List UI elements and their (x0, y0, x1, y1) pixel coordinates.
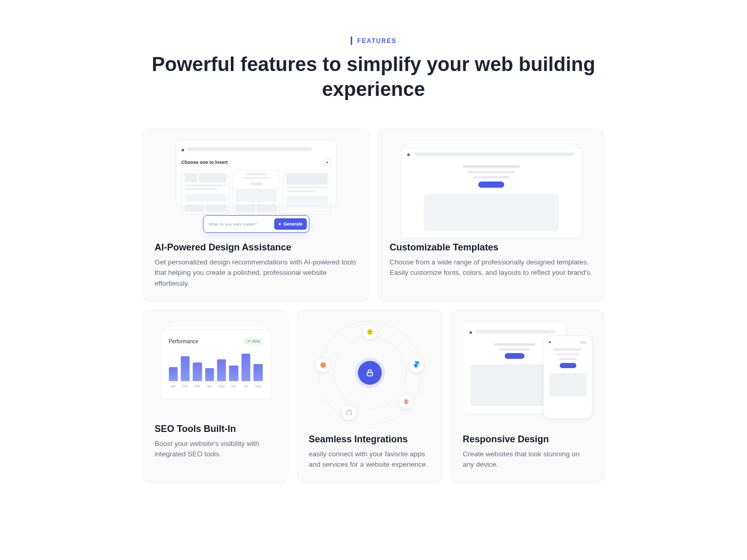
feature-card-responsive: Responsive Design Create websites that l… (451, 310, 604, 483)
section-heading: Powerful features to simplify your web b… (143, 52, 604, 102)
zapier-icon (315, 357, 331, 373)
performance-label: Performance (169, 339, 198, 344)
generate-button[interactable]: ✦ Generate (274, 218, 307, 230)
card-title: AI-Powered Design Assistance (155, 242, 357, 253)
ai-prompt-bar[interactable]: What do you want create? ✦ Generate (203, 215, 309, 233)
feature-card-ai: Choose one to insert ✦ (143, 129, 369, 302)
choose-label: Choose one to insert (182, 160, 228, 165)
eyebrow-text: FEATURES (357, 37, 397, 45)
svg-rect-8 (323, 362, 326, 365)
svg-rect-5 (323, 366, 324, 368)
performance-badge: ↗ 25% (244, 338, 262, 345)
feature-card-integrations: Seamless Integrations easily connect wit… (297, 310, 442, 483)
sparkle-icon: ✦ (324, 159, 331, 166)
seo-illustration: Performance ↗ 25% JanFebMarAprMayJunJulA… (157, 321, 274, 414)
month-label: Mar (193, 384, 202, 388)
svg-rect-4 (323, 362, 324, 365)
responsive-illustration (463, 321, 592, 425)
card-title: Seamless Integrations (309, 434, 431, 445)
integrations-illustration (310, 321, 430, 425)
chart-bar (169, 367, 177, 381)
chart-bar (217, 359, 226, 381)
svg-rect-7 (324, 365, 326, 366)
framer-icon (409, 357, 424, 373)
lock-icon (358, 361, 382, 385)
prompt-placeholder: What do you want create? (209, 222, 274, 227)
svg-point-3 (370, 331, 371, 332)
mailchimp-icon (362, 324, 378, 340)
generate-label: Generate (283, 221, 302, 227)
chart-bar (229, 366, 238, 381)
month-label: Aug (254, 384, 262, 388)
svg-rect-10 (321, 362, 323, 365)
perf-value: 25% (252, 339, 260, 344)
svg-rect-9 (321, 365, 323, 368)
svg-point-1 (367, 329, 373, 335)
svg-rect-11 (323, 365, 326, 368)
card-desc: Choose from a wide range of professional… (390, 257, 592, 278)
card-title: SEO Tools Built-In (155, 424, 276, 435)
svg-rect-0 (367, 372, 372, 376)
trend-up-icon: ↗ (247, 339, 251, 344)
svg-rect-6 (320, 365, 323, 366)
github-icon (341, 405, 357, 421)
feature-card-seo: Performance ↗ 25% JanFebMarAprMayJunJulA… (143, 310, 288, 483)
svg-point-13 (405, 400, 407, 401)
month-label: Jun (229, 384, 238, 388)
svg-point-2 (368, 331, 369, 332)
chart-bar (193, 362, 202, 381)
card-desc: Create websites that look stunning on an… (463, 449, 592, 470)
chart-bar (205, 368, 214, 381)
month-label: Jan (169, 384, 177, 388)
template-cta-button (478, 181, 504, 188)
card-desc: Get personalized design recommendations … (155, 257, 357, 289)
month-label: Jul (241, 384, 250, 388)
chart-bar (241, 354, 250, 381)
card-desc: easily connect with your favorite apps a… (309, 449, 431, 470)
eyebrow: FEATURES (143, 36, 604, 45)
chart-bar (181, 356, 189, 381)
month-label: Apr (205, 384, 214, 388)
card-title: Customizable Templates (390, 242, 592, 253)
templates-illustration (400, 139, 582, 233)
sparkle-icon: ✦ (278, 222, 282, 227)
card-title: Responsive Design (463, 434, 592, 445)
chart-bar (254, 364, 262, 381)
integration-icon (398, 394, 414, 409)
month-label: Feb (181, 384, 189, 388)
ai-illustration: Choose one to insert ✦ (176, 139, 337, 233)
month-label: May (217, 384, 226, 388)
card-desc: Boost your website's visibility with int… (155, 439, 276, 460)
feature-card-templates: Customizable Templates Choose from a wid… (378, 129, 604, 302)
eyebrow-bar (351, 36, 352, 45)
